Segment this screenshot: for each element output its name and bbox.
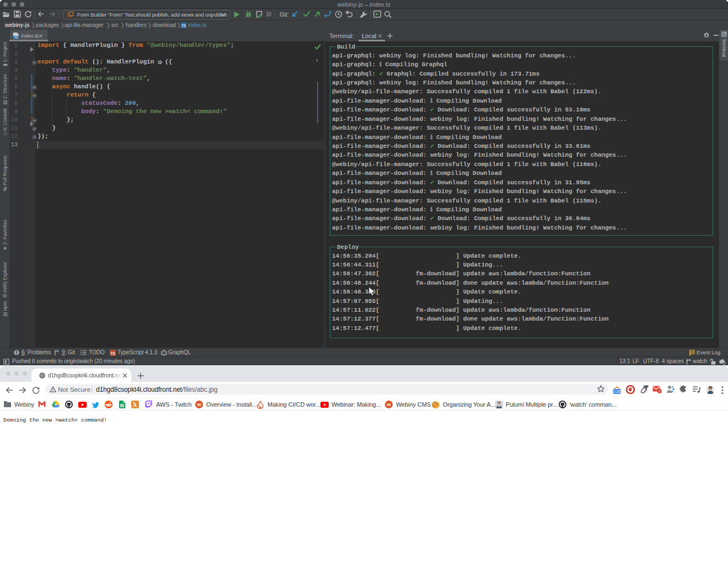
svg-text:TS: TS xyxy=(181,24,186,28)
svg-text:TS: TS xyxy=(14,36,18,39)
svg-text:2.26: 2.26 xyxy=(613,390,620,393)
svg-text:5: 5 xyxy=(659,390,660,393)
svg-text:TS: TS xyxy=(110,351,115,355)
svg-text:W: W xyxy=(197,402,201,407)
svg-text:W: W xyxy=(387,402,391,407)
